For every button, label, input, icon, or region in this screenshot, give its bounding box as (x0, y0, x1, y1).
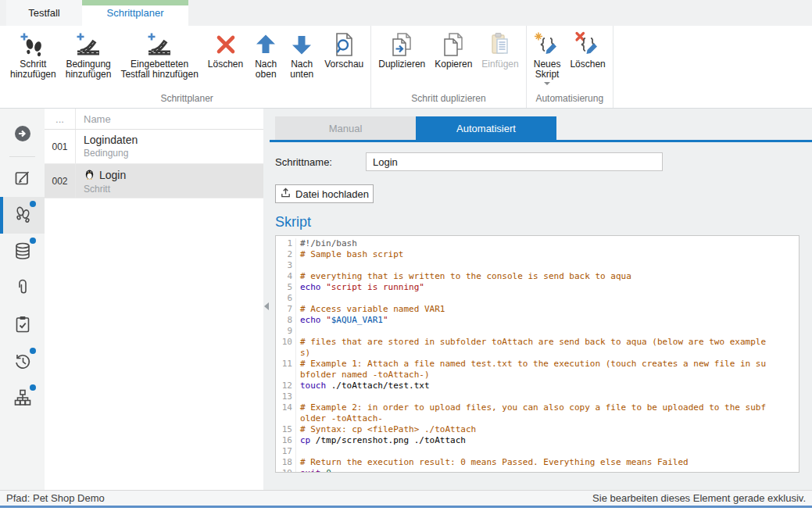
column-header-more[interactable]: ... (45, 109, 76, 129)
code-text: # everything that is written to the cons… (296, 271, 631, 282)
sidebar-item-open[interactable] (0, 116, 45, 153)
line-number: 10 (276, 337, 296, 348)
column-header-name[interactable]: Name (76, 109, 263, 129)
code-text: # Return the execution result: 0 means P… (296, 457, 689, 468)
code-token: # files that are stored in subfolder toA… (300, 337, 766, 347)
step-title: Logindaten (84, 134, 138, 146)
code-line[interactable]: bfolder named -toAttach-) (276, 370, 799, 381)
step-title: Login (84, 168, 126, 182)
ribbon-button-kopieren[interactable]: Kopieren (430, 26, 477, 70)
ribbon-button-label: Löschen (570, 59, 605, 70)
code-line[interactable]: 4# everything that is written to the con… (276, 271, 799, 282)
stepname-label: Schrittname: (275, 156, 366, 168)
upload-file-button[interactable]: Datei hochladen (275, 184, 374, 203)
line-number: 14 (276, 402, 296, 413)
code-line[interactable]: 16cp /tmp/screnshot.png ./toAttach (276, 435, 799, 446)
code-token: # Access variable named VAR1 (300, 304, 445, 314)
tab-manual[interactable]: Manual (275, 116, 416, 140)
script-code-editor[interactable]: 1#!/bin/bash2# Sample bash script34# eve… (275, 235, 799, 473)
code-line[interactable]: 11# Example 1: Attach a file named test.… (276, 359, 799, 370)
code-text: cp /tmp/screnshot.png ./toAttach (296, 435, 466, 446)
sidebar-item-steps[interactable] (0, 197, 45, 234)
ribbon-group-caption: Schritt duplizieren (374, 91, 523, 108)
ribbon-button-loschen[interactable]: Löschen (203, 26, 248, 70)
line-number: 7 (276, 304, 296, 315)
status-path: Pfad: Pet Shop Demo (6, 492, 105, 504)
code-token: " (326, 315, 331, 325)
stepname-input[interactable] (366, 152, 663, 171)
code-line[interactable]: 15# Syntax: cp <filePath> ./toAttach (276, 424, 799, 435)
ribbon-button-label: Kopieren (435, 59, 472, 70)
ribbon-button-nach-unten[interactable]: Nach unten (284, 26, 320, 80)
collapse-panel-handle[interactable] (264, 302, 269, 310)
ribbon-button-einfugen[interactable]: Einfügen (477, 26, 523, 70)
ribbon-button-loschen[interactable]: Löschen (565, 26, 610, 70)
content-area: ... Name 001LogindatenBedingung002LoginS… (0, 109, 812, 490)
duplicate-icon (388, 30, 415, 59)
line-number: 12 (276, 381, 296, 391)
sidebar-item-edit[interactable] (0, 160, 45, 197)
code-token: # Example 2: in order to upload files, y… (300, 402, 766, 413)
step-number: 001 (45, 130, 76, 163)
code-line[interactable]: 2# Sample bash script (276, 249, 799, 260)
line-number: 15 (276, 424, 296, 435)
code-text: # files that are stored in subfolder toA… (296, 337, 766, 348)
code-token: # Sample bash script (300, 249, 403, 259)
step-title-text: Login (99, 169, 126, 181)
ribbon-button-duplizieren[interactable]: Duplizieren (374, 26, 430, 70)
code-line[interactable]: 8echo "$AQUA_VAR1" (276, 315, 799, 326)
code-line[interactable]: 7# Access variable named VAR1 (276, 304, 799, 315)
ribbon-button-label: Löschen (208, 59, 243, 70)
ribbon-button-nach-oben[interactable]: Nach oben (248, 26, 284, 80)
step-row[interactable]: 002LoginSchritt (45, 164, 263, 198)
ribbon-button-neues-skript[interactable]: Neues Skript (529, 26, 566, 85)
code-line[interactable]: 9 (276, 326, 799, 337)
ribbon-button-vorschau[interactable]: Vorschau (320, 26, 368, 70)
step-list-panel: ... Name 001LogindatenBedingung002LoginS… (45, 109, 263, 490)
code-line[interactable]: 3 (276, 260, 799, 271)
sidebar-item-dependencies[interactable] (0, 381, 45, 417)
line-number: 4 (276, 271, 296, 282)
line-number: 1 (276, 238, 296, 249)
stepname-field-row: Schrittname: (275, 152, 799, 171)
ribbon-group-schrittplaner: Schritt hinzufügenBedingung hinzufügenEi… (3, 26, 371, 108)
ribbon-button-eingebetteten-testfall-hinzufugen[interactable]: Eingebetteten Testfall hinzufügen (116, 26, 202, 80)
code-line[interactable]: 10# files that are stored in subfolder t… (276, 337, 799, 348)
sidebar-item-tasks[interactable] (0, 307, 45, 344)
ribbon-button-label: Nach oben (255, 59, 277, 80)
code-line[interactable]: 13 (276, 391, 799, 402)
code-line[interactable]: 12touch ./toAttach/test.txt (276, 381, 799, 391)
clipboard-check-icon (13, 315, 32, 337)
code-line[interactable]: 19exit 0 (276, 468, 799, 473)
tab-schrittplaner[interactable]: Schrittplaner (82, 0, 188, 26)
sidebar-divider (9, 156, 35, 157)
sidebar-item-attachments[interactable] (0, 270, 45, 307)
line-number: 17 (276, 446, 296, 457)
code-line[interactable]: 18# Return the execution result: 0 means… (276, 457, 799, 468)
step-row[interactable]: 001LogindatenBedingung (45, 130, 263, 164)
code-token: $AQUA_VAR1 (331, 315, 383, 325)
sidebar-item-history[interactable] (0, 344, 45, 381)
line-number (276, 413, 296, 424)
ribbon-button-label: Einfügen (481, 59, 518, 70)
code-text: exit 0 (296, 468, 331, 473)
ribbon-button-bedingung-hinzufugen[interactable]: Bedingung hinzufügen (61, 26, 116, 80)
code-line[interactable]: older -toAttach- (276, 413, 799, 424)
code-line[interactable]: s) (276, 348, 799, 359)
ribbon-button-schritt-hinzufugen[interactable]: Schritt hinzufügen (5, 26, 61, 80)
delete-script-icon (574, 30, 601, 59)
code-line[interactable]: 14# Example 2: in order to upload files,… (276, 402, 799, 413)
code-line[interactable]: 5echo "script is running" (276, 282, 799, 293)
code-text: # Access variable named VAR1 (296, 304, 445, 315)
code-token: /tmp/screnshot.png ./toAttach (310, 435, 466, 445)
step-number: 002 (45, 164, 76, 198)
tab-testfall[interactable]: Testfall (6, 0, 82, 26)
tab-automatisiert[interactable]: Automatisiert (416, 116, 556, 140)
add-branch-icon (146, 30, 173, 59)
penguin-icon (84, 168, 95, 182)
code-line[interactable]: 17 (276, 446, 799, 457)
code-line[interactable]: 6 (276, 293, 799, 304)
line-number: 19 (276, 468, 296, 473)
sidebar-item-data[interactable] (0, 234, 45, 270)
code-line[interactable]: 1#!/bin/bash (276, 238, 799, 249)
